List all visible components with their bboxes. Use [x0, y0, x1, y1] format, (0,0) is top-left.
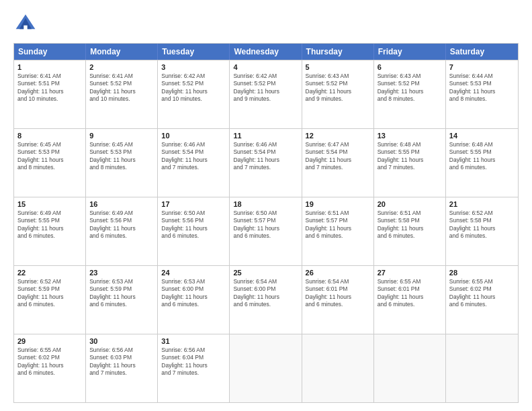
day-info: Sunrise: 6:55 AM Sunset: 6:02 PM Dayligh… — [449, 278, 515, 309]
calendar-cell: 3Sunrise: 6:42 AM Sunset: 5:52 PM Daylig… — [158, 60, 230, 128]
day-number: 22 — [17, 269, 82, 277]
page: SundayMondayTuesdayWednesdayThursdayFrid… — [0, 0, 532, 411]
calendar-cell — [446, 334, 518, 402]
day-info: Sunrise: 6:52 AM Sunset: 5:58 PM Dayligh… — [449, 210, 515, 240]
logo — [13, 12, 42, 36]
logo-icon — [13, 12, 38, 36]
day-number: 13 — [378, 132, 442, 140]
day-number: 15 — [17, 200, 82, 208]
calendar-cell: 1Sunrise: 6:41 AM Sunset: 5:51 PM Daylig… — [14, 60, 86, 128]
calendar-cell: 19Sunrise: 6:51 AM Sunset: 5:57 PM Dayli… — [302, 197, 374, 265]
day-number: 4 — [233, 63, 298, 71]
calendar-cell: 30Sunrise: 6:56 AM Sunset: 6:03 PM Dayli… — [86, 334, 158, 402]
day-info: Sunrise: 6:56 AM Sunset: 6:04 PM Dayligh… — [161, 347, 226, 377]
svg-rect-2 — [24, 26, 27, 32]
day-number: 26 — [306, 269, 370, 277]
calendar-cell: 7Sunrise: 6:44 AM Sunset: 5:53 PM Daylig… — [446, 60, 518, 128]
header-day-friday: Friday — [374, 44, 446, 60]
day-number: 24 — [161, 269, 226, 277]
calendar-cell: 4Sunrise: 6:42 AM Sunset: 5:52 PM Daylig… — [230, 60, 302, 128]
calendar-cell — [302, 334, 374, 402]
day-info: Sunrise: 6:44 AM Sunset: 5:53 PM Dayligh… — [449, 73, 515, 103]
calendar-body: 1Sunrise: 6:41 AM Sunset: 5:51 PM Daylig… — [14, 60, 518, 402]
calendar-cell: 6Sunrise: 6:43 AM Sunset: 5:52 PM Daylig… — [374, 60, 446, 128]
header-day-monday: Monday — [86, 44, 158, 60]
calendar-cell: 17Sunrise: 6:50 AM Sunset: 5:56 PM Dayli… — [158, 197, 230, 265]
day-number: 31 — [161, 337, 226, 345]
day-number: 16 — [89, 200, 154, 208]
header-day-thursday: Thursday — [302, 44, 374, 60]
day-info: Sunrise: 6:42 AM Sunset: 5:52 PM Dayligh… — [233, 73, 298, 103]
calendar-cell: 11Sunrise: 6:46 AM Sunset: 5:54 PM Dayli… — [230, 129, 302, 197]
day-number: 30 — [89, 337, 154, 345]
day-number: 12 — [306, 132, 370, 140]
calendar-cell: 23Sunrise: 6:53 AM Sunset: 5:59 PM Dayli… — [86, 266, 158, 334]
day-info: Sunrise: 6:48 AM Sunset: 5:55 PM Dayligh… — [449, 141, 515, 172]
calendar-cell: 24Sunrise: 6:53 AM Sunset: 6:00 PM Dayli… — [158, 266, 230, 334]
calendar-cell: 14Sunrise: 6:48 AM Sunset: 5:55 PM Dayli… — [446, 129, 518, 197]
calendar-cell — [374, 334, 446, 402]
calendar-cell: 31Sunrise: 6:56 AM Sunset: 6:04 PM Dayli… — [158, 334, 230, 402]
day-number: 17 — [161, 200, 226, 208]
day-info: Sunrise: 6:45 AM Sunset: 5:53 PM Dayligh… — [17, 141, 82, 172]
calendar-cell: 18Sunrise: 6:50 AM Sunset: 5:57 PM Dayli… — [230, 197, 302, 265]
calendar-cell: 28Sunrise: 6:55 AM Sunset: 6:02 PM Dayli… — [446, 266, 518, 334]
header-day-wednesday: Wednesday — [230, 44, 302, 60]
day-info: Sunrise: 6:41 AM Sunset: 5:51 PM Dayligh… — [17, 73, 82, 103]
day-number: 20 — [378, 200, 442, 208]
calendar-cell: 8Sunrise: 6:45 AM Sunset: 5:53 PM Daylig… — [14, 129, 86, 197]
day-info: Sunrise: 6:54 AM Sunset: 6:01 PM Dayligh… — [306, 278, 370, 309]
calendar-cell: 29Sunrise: 6:55 AM Sunset: 6:02 PM Dayli… — [14, 334, 86, 402]
day-info: Sunrise: 6:41 AM Sunset: 5:52 PM Dayligh… — [89, 73, 154, 103]
calendar-row-3: 22Sunrise: 6:52 AM Sunset: 5:59 PM Dayli… — [14, 265, 518, 334]
day-info: Sunrise: 6:48 AM Sunset: 5:55 PM Dayligh… — [378, 141, 442, 172]
day-number: 7 — [449, 63, 515, 71]
day-info: Sunrise: 6:53 AM Sunset: 6:00 PM Dayligh… — [161, 278, 226, 309]
day-number: 29 — [17, 337, 82, 345]
calendar-cell: 15Sunrise: 6:49 AM Sunset: 5:55 PM Dayli… — [14, 197, 86, 265]
day-number: 27 — [378, 269, 442, 277]
calendar-cell: 26Sunrise: 6:54 AM Sunset: 6:01 PM Dayli… — [302, 266, 374, 334]
day-info: Sunrise: 6:53 AM Sunset: 5:59 PM Dayligh… — [89, 278, 154, 309]
day-info: Sunrise: 6:51 AM Sunset: 5:58 PM Dayligh… — [378, 210, 442, 240]
day-info: Sunrise: 6:46 AM Sunset: 5:54 PM Dayligh… — [233, 141, 298, 172]
day-info: Sunrise: 6:55 AM Sunset: 6:02 PM Dayligh… — [17, 347, 82, 377]
calendar-row-1: 8Sunrise: 6:45 AM Sunset: 5:53 PM Daylig… — [14, 128, 518, 197]
calendar-cell: 20Sunrise: 6:51 AM Sunset: 5:58 PM Dayli… — [374, 197, 446, 265]
calendar-row-2: 15Sunrise: 6:49 AM Sunset: 5:55 PM Dayli… — [14, 197, 518, 265]
calendar-cell: 25Sunrise: 6:54 AM Sunset: 6:00 PM Dayli… — [230, 266, 302, 334]
day-number: 19 — [306, 200, 370, 208]
day-number: 5 — [306, 63, 370, 71]
day-number: 6 — [378, 63, 442, 71]
day-number: 23 — [89, 269, 154, 277]
calendar-row-0: 1Sunrise: 6:41 AM Sunset: 5:51 PM Daylig… — [14, 60, 518, 128]
header-day-sunday: Sunday — [14, 44, 86, 60]
calendar-cell: 10Sunrise: 6:46 AM Sunset: 5:54 PM Dayli… — [158, 129, 230, 197]
day-number: 18 — [233, 200, 298, 208]
day-info: Sunrise: 6:45 AM Sunset: 5:53 PM Dayligh… — [89, 141, 154, 172]
header — [13, 12, 519, 36]
calendar-row-4: 29Sunrise: 6:55 AM Sunset: 6:02 PM Dayli… — [14, 334, 518, 402]
day-info: Sunrise: 6:42 AM Sunset: 5:52 PM Dayligh… — [161, 73, 226, 103]
day-info: Sunrise: 6:54 AM Sunset: 6:00 PM Dayligh… — [233, 278, 298, 309]
day-number: 3 — [161, 63, 226, 71]
day-info: Sunrise: 6:46 AM Sunset: 5:54 PM Dayligh… — [161, 141, 226, 172]
day-info: Sunrise: 6:56 AM Sunset: 6:03 PM Dayligh… — [89, 347, 154, 377]
day-number: 9 — [89, 132, 154, 140]
day-info: Sunrise: 6:50 AM Sunset: 5:57 PM Dayligh… — [233, 210, 298, 240]
day-number: 25 — [233, 269, 298, 277]
calendar-cell: 22Sunrise: 6:52 AM Sunset: 5:59 PM Dayli… — [14, 266, 86, 334]
day-number: 10 — [161, 132, 226, 140]
day-info: Sunrise: 6:50 AM Sunset: 5:56 PM Dayligh… — [161, 210, 226, 240]
header-day-saturday: Saturday — [446, 44, 518, 60]
day-info: Sunrise: 6:43 AM Sunset: 5:52 PM Dayligh… — [378, 73, 442, 103]
day-info: Sunrise: 6:43 AM Sunset: 5:52 PM Dayligh… — [306, 73, 370, 103]
calendar-cell: 9Sunrise: 6:45 AM Sunset: 5:53 PM Daylig… — [86, 129, 158, 197]
day-number: 1 — [17, 63, 82, 71]
day-number: 14 — [449, 132, 515, 140]
calendar-cell: 16Sunrise: 6:49 AM Sunset: 5:56 PM Dayli… — [86, 197, 158, 265]
day-info: Sunrise: 6:51 AM Sunset: 5:57 PM Dayligh… — [306, 210, 370, 240]
calendar: SundayMondayTuesdayWednesdayThursdayFrid… — [13, 43, 519, 403]
calendar-cell: 12Sunrise: 6:47 AM Sunset: 5:54 PM Dayli… — [302, 129, 374, 197]
calendar-header: SundayMondayTuesdayWednesdayThursdayFrid… — [14, 44, 518, 60]
